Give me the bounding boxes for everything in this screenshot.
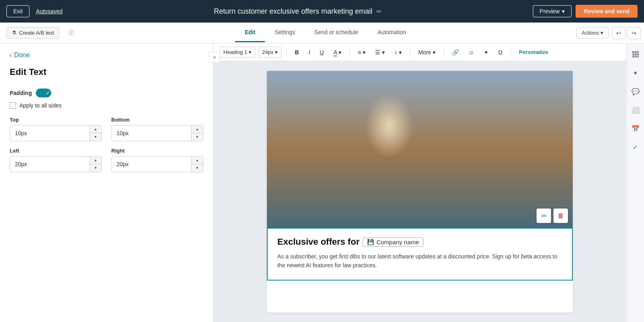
image-section: ✏ 🗑 [267,71,573,228]
chat-icon[interactable]: 💬 [630,85,642,97]
review-send-button[interactable]: Review and send [576,5,638,18]
edit-title-icon[interactable]: ✏ [376,8,382,15]
svg-rect-41 [409,101,417,120]
italic-button[interactable]: I [305,47,314,58]
special-char-button[interactable]: ✦ [481,47,492,58]
chevron-down-icon: ▾ [339,49,341,56]
top-label: Top [10,117,102,123]
toolbar-divider-3 [410,48,410,56]
bottom-label: Bottom [111,117,204,123]
bold-button[interactable]: B [291,47,302,58]
right-decrement-button[interactable]: ▼ [192,164,203,172]
svg-rect-68 [632,56,634,58]
edit-image-button[interactable]: ✏ [537,208,551,223]
svg-rect-44 [500,79,504,224]
text-align-button[interactable]: ≡ ▾ [355,47,369,58]
apply-all-sides-row: Apply to all sides [10,102,203,109]
svg-rect-62 [632,51,634,53]
svg-rect-65 [632,54,634,56]
email-text-section[interactable]: Exclusive offers for 💾 Company name As a… [267,228,573,281]
link-button[interactable]: 🔗 [449,47,462,58]
line-height-button[interactable]: ↕ ▾ [391,47,405,58]
done-link[interactable]: ‹ Done [10,52,203,59]
font-size-select[interactable]: 24px ▾ [258,47,281,58]
emoji-button[interactable]: ☺ [465,47,477,58]
calendar-icon[interactable]: 📅 [630,122,642,134]
right-spinner: ▲ ▼ [111,156,204,172]
bottom-decrement-button[interactable]: ▼ [192,133,203,141]
svg-rect-37 [376,103,383,120]
bottom-input[interactable] [112,126,192,141]
font-color-button[interactable]: A ▾ [330,47,345,58]
svg-rect-51 [484,208,508,212]
top-nav: Exit Autosaved Return customer exclusive… [0,0,644,23]
tabs-left: ⚗ Create A/B test ⓘ [6,27,74,39]
left-input[interactable] [10,157,90,172]
svg-rect-9 [295,78,303,94]
redo-button[interactable]: ↪ [627,27,641,39]
toolbar-divider-2 [349,48,350,56]
collapse-panel-button[interactable]: « [209,52,220,63]
preview-button[interactable]: Preview ▾ [533,5,572,17]
tab-settings[interactable]: Settings [265,23,305,42]
document-title-area: Return customer exclusive offers marketi… [214,7,382,16]
svg-rect-7 [280,79,286,94]
company-name-token[interactable]: 💾 Company name [363,237,423,247]
tabs-right: Actions ▾ ↩ ↪ [576,27,641,39]
bottom-input-group: Bottom ▲ ▼ [111,117,204,141]
svg-rect-31 [322,100,330,120]
email-heading: Exclusive offers for 💾 Company name [277,237,562,247]
chevron-down-icon: ▾ [601,30,603,36]
layout-icon[interactable]: ⬜ [630,104,642,116]
svg-rect-35 [356,104,364,120]
top-decrement-button[interactable]: ▼ [90,133,101,141]
delete-image-button[interactable]: 🗑 [553,208,568,223]
svg-rect-13 [328,77,337,94]
check-icon[interactable]: ✓ [630,141,642,153]
bottom-increment-button[interactable]: ▲ [192,126,203,133]
svg-rect-12 [320,74,328,94]
left-increment-button[interactable]: ▲ [90,157,101,164]
padding-toggle[interactable] [36,89,51,97]
actions-button[interactable]: Actions ▾ [576,27,609,39]
svg-point-61 [432,210,456,220]
tab-send-or-schedule[interactable]: Send or schedule [305,23,368,42]
top-increment-button[interactable]: ▲ [90,126,101,133]
create-ab-test-button[interactable]: ⚗ Create A/B test [6,27,59,39]
more-button[interactable]: More ▾ [415,47,439,58]
svg-rect-33 [339,105,348,120]
edit-text-title: Edit Text [10,67,203,77]
padding-section: Padding [10,89,203,97]
grid-icon[interactable] [630,48,642,60]
info-icon[interactable]: ⓘ [69,29,74,37]
top-nav-left: Exit Autosaved [6,5,63,17]
svg-rect-59 [400,141,408,146]
left-decrement-button[interactable]: ▼ [90,164,101,172]
chevron-down-icon: ▾ [562,8,565,14]
svg-rect-28 [297,104,304,120]
svg-rect-1 [267,71,428,228]
svg-point-56 [376,135,391,184]
svg-rect-63 [635,51,637,53]
underline-button[interactable]: U [317,47,327,58]
exit-button[interactable]: Exit [6,5,29,17]
undo-button[interactable]: ↩ [612,27,625,39]
tab-edit[interactable]: Edit [235,23,265,42]
apply-all-sides-checkbox[interactable] [10,102,16,109]
heading-select[interactable]: Heading 1 ▾ [220,47,255,58]
svg-rect-10 [304,76,311,94]
personalize-button[interactable]: Personalize [519,49,548,55]
right-increment-button[interactable]: ▲ [192,157,203,164]
sparkle-icon[interactable]: ✦ [630,67,642,79]
list-button[interactable]: ☰ ▾ [372,47,388,58]
tab-automation[interactable]: Automation [368,23,416,42]
top-input[interactable] [10,126,90,141]
svg-rect-70 [637,56,639,58]
left-spinner: ▲ ▼ [10,156,102,172]
autosaved-link[interactable]: Autosaved [36,8,62,14]
svg-rect-69 [635,56,637,58]
chevron-down-icon: ▾ [275,49,278,55]
right-input[interactable] [112,157,192,172]
svg-rect-32 [331,103,339,120]
audio-button[interactable]: Ω [495,47,506,58]
